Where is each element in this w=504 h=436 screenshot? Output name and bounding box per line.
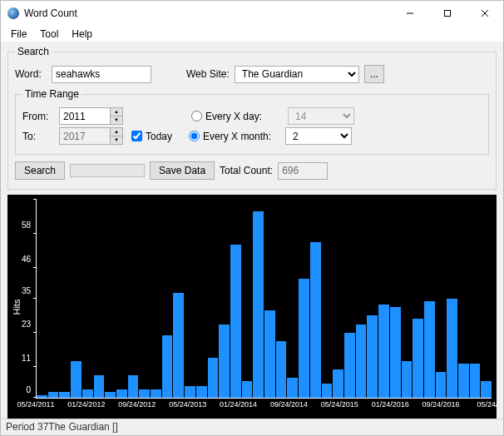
chart-bar bbox=[196, 386, 207, 398]
close-button[interactable] bbox=[466, 1, 503, 26]
to-spin-up[interactable]: ▲ bbox=[111, 128, 122, 136]
chart-bar bbox=[139, 389, 150, 398]
chart-y-ticks: 0112335465870 bbox=[7, 200, 34, 399]
chart-y-tick: 70 bbox=[22, 195, 31, 196]
save-data-button[interactable]: Save Data bbox=[150, 161, 215, 180]
from-spin-down[interactable]: ▼ bbox=[111, 116, 122, 124]
maximize-button[interactable] bbox=[428, 1, 466, 26]
chart-bar bbox=[151, 389, 161, 398]
chart-bar bbox=[242, 381, 253, 398]
chart-bar bbox=[378, 305, 389, 398]
chart-bar bbox=[105, 392, 116, 398]
chart-plot-area bbox=[36, 200, 492, 399]
chart-bar bbox=[128, 375, 139, 398]
timerange-legend: Time Range bbox=[22, 88, 82, 100]
every-x-month-select[interactable]: 2 bbox=[285, 127, 352, 145]
search-button[interactable]: Search bbox=[15, 161, 65, 180]
chart-bar bbox=[116, 389, 127, 398]
chart-y-tick: 23 bbox=[22, 320, 31, 329]
chart-bar bbox=[230, 245, 241, 398]
total-count-value bbox=[278, 162, 328, 180]
timerange-group: Time Range From: ▲ ▼ Every X day: 14 bbox=[15, 88, 489, 155]
chart-bar bbox=[344, 333, 355, 398]
today-checkbox[interactable]: Today bbox=[131, 131, 172, 142]
chart-y-tick: 46 bbox=[22, 254, 31, 263]
to-input[interactable] bbox=[59, 127, 111, 145]
chart-bar bbox=[458, 364, 469, 398]
total-count-label: Total Count: bbox=[220, 165, 273, 176]
chart-x-tick: 09/24/2016 bbox=[422, 400, 460, 409]
chart-bar bbox=[37, 395, 47, 398]
chart-bar bbox=[333, 369, 343, 398]
search-group: Search Word: Web Site: The Guardian ... … bbox=[7, 46, 497, 190]
chart-x-tick: 01/24/2014 bbox=[220, 400, 257, 409]
chart-bar bbox=[185, 386, 195, 398]
chart-bar bbox=[356, 325, 367, 398]
chart-bar bbox=[390, 307, 401, 398]
content-area: Search Word: Web Site: The Guardian ... … bbox=[1, 42, 503, 419]
from-spinner[interactable]: ▲ ▼ bbox=[59, 107, 123, 125]
chart: Hits 0112335465870 05/24/201101/24/20120… bbox=[7, 195, 497, 419]
from-input[interactable] bbox=[59, 107, 111, 125]
svg-rect-1 bbox=[444, 11, 450, 17]
minimize-button[interactable] bbox=[391, 1, 428, 26]
chart-bar bbox=[94, 375, 105, 398]
menu-file[interactable]: File bbox=[4, 27, 33, 42]
menu-help[interactable]: Help bbox=[65, 27, 99, 42]
every-x-day-radio-input[interactable] bbox=[191, 111, 202, 121]
every-x-day-label: Every X day: bbox=[205, 111, 262, 122]
status-text: Period 37The Guardian [] bbox=[6, 421, 118, 433]
every-x-day-select[interactable]: 14 bbox=[288, 107, 354, 125]
search-legend: Search bbox=[15, 46, 52, 57]
chart-x-tick: 05/24/20 bbox=[477, 400, 497, 409]
window-controls bbox=[391, 1, 503, 26]
chart-bar bbox=[436, 372, 447, 398]
chart-bar bbox=[367, 315, 378, 398]
chart-bar bbox=[276, 341, 287, 398]
website-browse-button[interactable]: ... bbox=[364, 65, 384, 83]
every-x-month-radio[interactable]: Every X month: bbox=[189, 131, 280, 142]
chart-bar bbox=[481, 381, 492, 398]
website-select[interactable]: The Guardian bbox=[235, 66, 359, 83]
chart-bar bbox=[253, 211, 264, 398]
chart-bar bbox=[424, 301, 435, 398]
chart-bar bbox=[264, 310, 275, 398]
chart-bar bbox=[299, 279, 309, 398]
to-label: To: bbox=[22, 131, 54, 142]
chart-bar bbox=[447, 299, 457, 398]
chart-x-tick: 09/24/2014 bbox=[270, 400, 308, 409]
chart-bar bbox=[322, 384, 333, 398]
every-x-month-radio-input[interactable] bbox=[189, 131, 200, 141]
search-progress bbox=[70, 164, 145, 177]
titlebar: Word Count bbox=[1, 1, 503, 26]
menu-tool[interactable]: Tool bbox=[33, 27, 65, 42]
chart-bar bbox=[208, 358, 219, 398]
window-title: Word Count bbox=[24, 7, 391, 19]
app-icon bbox=[7, 7, 19, 19]
chart-y-tick: 11 bbox=[22, 354, 31, 363]
chart-bar bbox=[162, 335, 173, 398]
from-spin-up[interactable]: ▲ bbox=[111, 108, 122, 116]
chart-y-tick: 35 bbox=[22, 285, 31, 295]
chart-bar bbox=[402, 361, 413, 398]
chart-x-tick: 01/24/2016 bbox=[372, 400, 409, 409]
chart-bar bbox=[287, 378, 298, 398]
today-checkbox-input[interactable] bbox=[131, 131, 142, 141]
today-label: Today bbox=[146, 131, 172, 142]
chart-bar bbox=[173, 293, 184, 398]
chart-bar bbox=[59, 392, 70, 398]
to-spinner[interactable]: ▲ ▼ bbox=[59, 127, 123, 145]
chart-bar bbox=[470, 364, 481, 398]
statusbar: Period 37The Guardian [] bbox=[1, 419, 503, 435]
chart-bar bbox=[413, 319, 423, 398]
chart-bars bbox=[37, 200, 492, 398]
to-spin-down[interactable]: ▼ bbox=[111, 136, 122, 144]
every-x-month-label: Every X month: bbox=[203, 131, 271, 142]
chart-bar bbox=[71, 361, 82, 398]
chart-y-tick: 0 bbox=[26, 385, 31, 394]
word-input[interactable] bbox=[52, 66, 151, 83]
every-x-day-radio[interactable]: Every X day: bbox=[191, 111, 283, 122]
from-label: From: bbox=[22, 111, 54, 122]
chart-bar bbox=[48, 392, 59, 398]
chart-bar bbox=[82, 389, 93, 398]
